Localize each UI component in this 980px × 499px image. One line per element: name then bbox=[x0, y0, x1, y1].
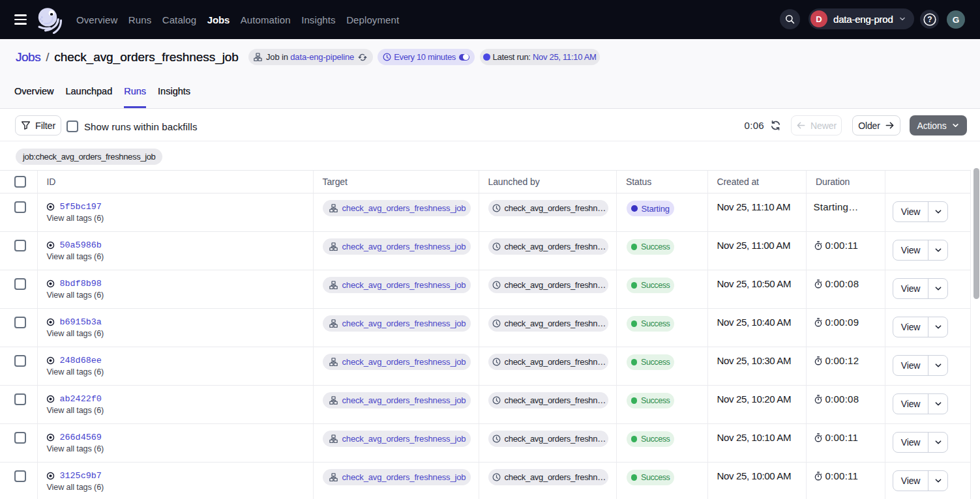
svg-text:?: ? bbox=[927, 15, 932, 24]
